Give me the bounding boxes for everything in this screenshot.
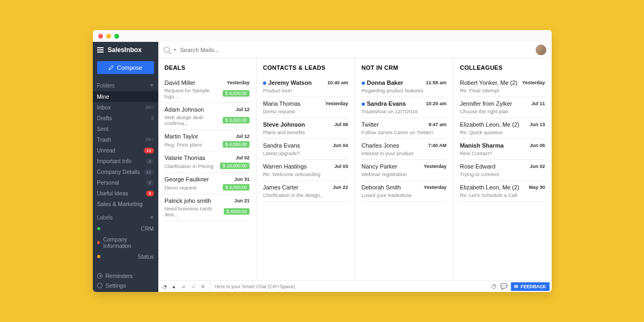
mail-subject: Need business cards desi... [165, 206, 224, 217]
sidebar-item-inbox[interactable]: Inbox99+ [93, 102, 158, 113]
mail-card[interactable]: Adam JohnsonJul 12Web design deal-confir… [165, 103, 250, 130]
mail-card[interactable]: Sandra Evans10:20 amTradeshow on 12/7/20… [362, 97, 447, 118]
mail-sender: George Faulkner [165, 176, 209, 182]
label-crm[interactable]: CRM [93, 223, 158, 234]
mail-card[interactable]: Charles Jones7:40 AMInterest in your pro… [362, 139, 447, 160]
mail-time: Yesterday [522, 80, 545, 85]
deal-amount: $ 4000.00 [224, 208, 250, 215]
mail-subject: Re: Quick question [460, 129, 503, 135]
mail-sender: Valarie Thomas [165, 155, 206, 161]
mail-card[interactable]: Donna Baker11:58 amRegarding product fea… [362, 76, 447, 97]
sidebar-item-sent[interactable]: Sent [93, 123, 158, 134]
mail-subject: Web design deal-confirma... [165, 114, 223, 126]
label-status[interactable]: Status [93, 251, 158, 262]
mail-card[interactable]: Martin TaylorJul 12Reg: Price plans$ 4,0… [165, 130, 250, 151]
bot-icon[interactable]: ◔ [163, 284, 167, 289]
timer-icon[interactable]: ⏱ [491, 283, 497, 290]
mail-subject: Webinar registration [362, 171, 407, 177]
mail-sender: Sandra Evans [367, 100, 406, 107]
browser-window: SalesInbox Compose Folders + MineInbox99… [93, 30, 552, 292]
sidebar-item-drafts[interactable]: Drafts3 [93, 113, 158, 123]
mail-sender: David Miller [165, 79, 195, 86]
settings-link[interactable]: Settings [97, 282, 154, 289]
mail-time: Jul 06 [334, 122, 348, 127]
mail-card[interactable]: Steve JohnsonJul 06Plans and benefits [263, 118, 348, 139]
mail-sender: Twitter [362, 121, 379, 128]
compose-label: Compose [117, 64, 142, 71]
mail-card[interactable]: Deborah SmithYesterdayLoved your tradesh… [362, 181, 447, 202]
close-window-icon[interactable] [98, 34, 103, 39]
mail-card[interactable]: Rose EdwardJun 02Trying to connect [460, 160, 545, 181]
mail-time: Yesterday [325, 101, 348, 106]
sidebar-item-useful-ideas[interactable]: Useful Ideas8 [93, 188, 158, 199]
add-label-icon[interactable]: + [150, 214, 153, 221]
column-deals: DEALSDavid MillerYesterdayRequest for Sa… [158, 58, 257, 280]
chat-icon[interactable]: 💬 [500, 283, 508, 290]
mail-subject: Demo request [165, 185, 197, 191]
feedback-button[interactable]: ✉ FEEDBACK [511, 282, 549, 291]
mail-card[interactable]: Elizabeth Leon, Me (2)May 30Re: Let's Sc… [460, 181, 545, 202]
label-company-information[interactable]: Company Information [93, 234, 158, 251]
avatar[interactable] [536, 45, 546, 55]
search-input[interactable] [180, 47, 531, 53]
search-icon[interactable] [164, 47, 170, 53]
column-not-in-crm: NOT IN CRMDonna Baker11:58 amRegarding p… [355, 58, 454, 280]
mail-subject: Re: Welcome onboarding [263, 171, 320, 177]
sidebar-item-mine[interactable]: Mine [93, 91, 158, 102]
column-colleagues: COLLEAGUESRobert Yonker, Me (2)Yesterday… [453, 58, 552, 280]
mail-card[interactable]: Nancy ParkerYesterdayWebinar registratio… [362, 160, 447, 181]
clock-icon [97, 273, 103, 279]
add-folder-icon[interactable]: + [150, 82, 153, 89]
mail-card[interactable]: Jennifer from ZylkerJul 11Choose the rig… [460, 97, 545, 118]
sidebar-item-trash[interactable]: Trash99+ [93, 134, 158, 145]
mail-card[interactable]: Elizabeth Leon, Me (2)Jun 13Re: Quick qu… [460, 118, 545, 139]
mail-card[interactable]: Manish SharmaJun 06New Contact? [460, 139, 545, 160]
mail-sender: Patrick joho smith [165, 197, 211, 204]
minimize-window-icon[interactable] [106, 34, 111, 39]
labels-section-header: Labels + [93, 211, 158, 223]
mail-card[interactable]: David MillerYesterdayRequest for Sample … [165, 76, 250, 103]
mail-card[interactable]: Maria ThomasYesterdayDemo request [263, 97, 348, 118]
sidebar-item-unread[interactable]: Unread13 [93, 145, 158, 156]
mail-subject: Request for Sample logo... [165, 87, 223, 99]
person-icon[interactable]: ⛭ [201, 284, 206, 289]
contacts-icon[interactable]: ⛬ [191, 284, 196, 289]
mail-time: Jun 02 [530, 164, 545, 169]
sidebar-item-personal[interactable]: Personal2 [93, 177, 158, 188]
feedback-icon: ✉ [514, 284, 518, 289]
gear-icon [97, 283, 103, 288]
mail-card[interactable]: Sandra EvansJun 04Latest upgrade? [263, 139, 348, 160]
mail-subject: New Contact? [460, 150, 492, 156]
mail-card[interactable]: James CarterJun 22Clarification in the d… [263, 181, 348, 202]
deal-amount: $ 3,000.00 [223, 117, 250, 123]
mail-sender: Elizabeth Leon, Me (2) [460, 121, 519, 128]
mail-subject: Regarding product features [362, 87, 423, 93]
mail-time: Yesterday [423, 164, 447, 169]
menu-icon[interactable] [97, 47, 104, 53]
compose-button[interactable]: Compose [97, 61, 154, 74]
mail-sender: Adam Johnson [165, 106, 204, 113]
mail-card[interactable]: Patrick joho smithJun 21Need business ca… [165, 194, 250, 221]
deal-amount: $ 4,000.00 [223, 141, 250, 148]
mail-sender: Charles Jones [362, 142, 399, 149]
maximize-window-icon[interactable] [114, 34, 119, 39]
mail-card[interactable]: Jeremy Watson10:40 amProduct tour! [263, 76, 348, 97]
mail-time: Jul 03 [334, 164, 348, 169]
chevron-down-icon[interactable]: ▾ [174, 47, 176, 52]
mail-sender: Donna Baker [367, 79, 404, 86]
sidebar-item-important-info[interactable]: Important Info2 [93, 156, 158, 166]
mail-subject: Re: Final Attempt [460, 87, 499, 93]
mail-card[interactable]: Warren HastingsJul 03Re: Welcome onboard… [263, 160, 348, 181]
sidebar-item-company-details[interactable]: Company Details12 [93, 166, 158, 177]
mail-card[interactable]: George FaulknerJun 31Demo request$ 4,000… [165, 173, 250, 194]
mail-sender: Deborah Smith [362, 184, 401, 191]
reminders-link[interactable]: Reminders [97, 273, 154, 279]
mail-card[interactable]: Robert Yonker, Me (2)YesterdayRe: Final … [460, 76, 545, 97]
emoji-icon[interactable]: ☺ [181, 284, 186, 289]
notifications-icon[interactable]: ▲ [172, 284, 177, 289]
smartchat-hint[interactable]: Here is your Smart Chat (Ctrl+Space) [210, 284, 492, 289]
mail-card[interactable]: Valarie ThomasJul 02Clarification in Pri… [165, 151, 250, 173]
mail-card[interactable]: Twitter9:47 amFollow James Carter on Twi… [362, 118, 447, 139]
sidebar-item-sales-marketing[interactable]: Sales & Marketing [93, 199, 158, 209]
mail-subject: Demo request [263, 108, 295, 114]
